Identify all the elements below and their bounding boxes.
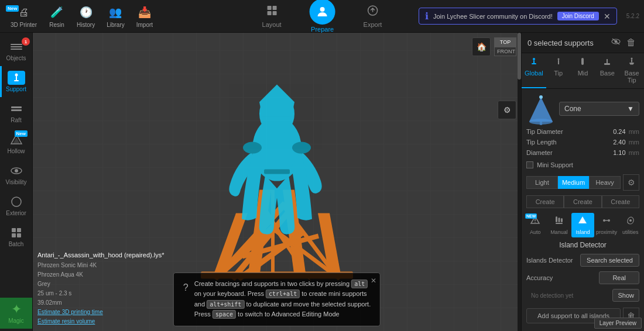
create-heavy-button[interactable]: Create xyxy=(602,195,639,208)
tooltip-text5: to duplicate and move the selected suppo… xyxy=(246,301,371,308)
toolbar-import[interactable]: 📥 Import xyxy=(131,4,159,28)
hide-supports-button[interactable] xyxy=(609,36,623,49)
mini-support-checkbox[interactable] xyxy=(526,161,533,168)
svg-rect-21 xyxy=(12,233,16,237)
search-selected-button[interactable]: Search selected xyxy=(580,254,639,267)
tip-diameter-row: Tip Diameter 0.24 mm xyxy=(522,126,644,137)
magic-label: Magic xyxy=(8,318,24,324)
proximity-label: proximity xyxy=(596,229,617,235)
model-info: Antari_-_Assassin_with_hood (repaired).l… xyxy=(37,250,164,326)
mode-tab-auto[interactable]: NEW Auto xyxy=(524,213,547,237)
svg-point-4 xyxy=(320,7,325,12)
resin-label: Resin xyxy=(49,22,64,28)
raft-label: Raft xyxy=(11,117,21,123)
sidebar-item-support[interactable]: Support xyxy=(0,66,32,97)
toolbar-3dprinter[interactable]: New 🖨 3D Printer xyxy=(5,4,43,28)
tab-mid[interactable]: Mid xyxy=(571,53,595,88)
svg-rect-7 xyxy=(11,46,22,47)
tab-layout[interactable]: Layout xyxy=(248,2,296,30)
library-label: Library xyxy=(107,22,125,28)
support-icon xyxy=(8,71,25,85)
export-label: Export xyxy=(364,21,382,28)
layer-preview-button[interactable]: Layer Preview xyxy=(594,318,642,329)
import-icon: 📥 xyxy=(136,4,153,20)
tip-length-label: Tip Length xyxy=(526,139,557,146)
tab-base[interactable]: Base xyxy=(595,53,619,88)
light-button[interactable]: Light xyxy=(526,176,558,189)
objects-label: Objects xyxy=(6,55,26,61)
lmh-row: Light Medium Heavy ⚙ xyxy=(522,172,644,193)
toolbar-history[interactable]: 🕐 History xyxy=(71,4,101,28)
svg-rect-10 xyxy=(16,76,17,81)
tab-basetip[interactable]: Base Tip xyxy=(619,53,644,88)
create-light-button[interactable]: Create xyxy=(526,195,564,208)
home-button[interactable]: 🏠 xyxy=(472,37,491,56)
svg-rect-22 xyxy=(17,233,21,237)
mode-tab-utilities[interactable]: utilities xyxy=(619,213,642,237)
cone-row: Cone ▼ xyxy=(522,89,644,126)
estimate-resin-link[interactable]: Estimate resin volume xyxy=(37,318,95,325)
auto-new-badge: NEW xyxy=(525,213,537,219)
show-button[interactable]: Show xyxy=(612,289,639,302)
toolbar-library[interactable]: 👥 Library xyxy=(101,4,131,28)
delete-supports-button[interactable]: 🗑 xyxy=(624,36,638,49)
sidebar-item-exterior[interactable]: Exterior xyxy=(0,190,32,221)
tab-base-label: Base xyxy=(600,70,615,77)
right-panel: 0 selected supports 🗑 Global xyxy=(521,33,644,331)
tab-export[interactable]: Export xyxy=(350,2,396,30)
tooltip-close-button[interactable]: ✕ xyxy=(371,275,376,287)
tooltip-text2: on your keyboard. Press xyxy=(194,290,264,297)
accuracy-label: Accuracy xyxy=(526,274,553,281)
mode-tab-proximity[interactable]: proximity xyxy=(595,213,618,237)
settings-button[interactable]: ⚙ xyxy=(498,101,516,119)
cone-selector[interactable]: Cone ▼ xyxy=(559,102,639,116)
create-row: Create Create Create xyxy=(522,193,644,211)
svg-rect-63 xyxy=(556,216,557,222)
tooltip-text1: Create bracings and supports in two clic… xyxy=(194,280,350,287)
global-tab-icon xyxy=(522,57,546,68)
tab-global[interactable]: Global xyxy=(522,53,546,88)
tab-prepare[interactable]: Prepare xyxy=(296,0,350,36)
svg-rect-11 xyxy=(14,80,19,81)
info-icon: ℹ xyxy=(425,11,429,22)
sidebar-item-batch[interactable]: Batch xyxy=(0,221,32,252)
svg-rect-56 xyxy=(630,64,633,65)
batch-icon xyxy=(8,226,25,240)
sidebar-item-raft[interactable]: Raft xyxy=(0,97,32,128)
toolbar-resin[interactable]: 🧪 Resin xyxy=(43,4,71,28)
medium-button[interactable]: Medium xyxy=(558,176,590,189)
mode-tab-island[interactable]: Island xyxy=(571,213,594,237)
top-label: TOP xyxy=(494,37,516,47)
tab-tip[interactable]: Tip xyxy=(546,53,571,88)
svg-point-9 xyxy=(15,74,18,77)
topbar: New 🖨 3D Printer 🧪 Resin 🕐 History 👥 Lib… xyxy=(0,0,644,33)
sidebar-item-hollow[interactable]: New Hollow xyxy=(0,128,32,159)
printer-label: 3D Printer xyxy=(11,22,37,28)
lmh-settings-button[interactable]: ⚙ xyxy=(623,174,639,191)
svg-point-69 xyxy=(603,219,605,222)
create-medium-button[interactable]: Create xyxy=(564,195,601,208)
sidebar-item-visibility[interactable]: Visibility xyxy=(0,159,32,190)
discord-close-button[interactable]: ✕ xyxy=(604,12,611,21)
hollow-new-badge: New xyxy=(15,130,28,137)
heavy-button[interactable]: Heavy xyxy=(589,176,621,189)
svg-point-58 xyxy=(539,95,543,99)
estimate-time-link[interactable]: Estimate 3D printing time xyxy=(37,309,103,315)
raft-icon xyxy=(8,102,25,116)
svg-point-18 xyxy=(12,197,21,206)
main-viewport[interactable]: TOP FRONT 🏠 ⚙ xyxy=(33,33,521,331)
svg-rect-65 xyxy=(561,218,563,222)
real-button[interactable]: Real xyxy=(599,271,639,284)
cone-preview xyxy=(526,91,556,126)
objects-badge: 1 xyxy=(22,37,30,46)
tip-length-unit: mm xyxy=(629,139,639,146)
mode-tab-manual[interactable]: Manual xyxy=(548,213,571,237)
sidebar-item-objects[interactable]: 1 Objects xyxy=(0,35,32,66)
accuracy-row: Accuracy Real xyxy=(522,269,644,287)
svg-rect-59 xyxy=(540,122,542,125)
join-discord-button[interactable]: Join Discord xyxy=(557,12,599,20)
tip-diameter-label: Tip Diameter xyxy=(526,128,563,135)
viewport-controls: 🏠 xyxy=(472,37,491,56)
layer-info: 25 um - 2.3 s xyxy=(37,289,164,298)
sidebar-item-magic[interactable]: ✦ Magic xyxy=(0,298,32,329)
